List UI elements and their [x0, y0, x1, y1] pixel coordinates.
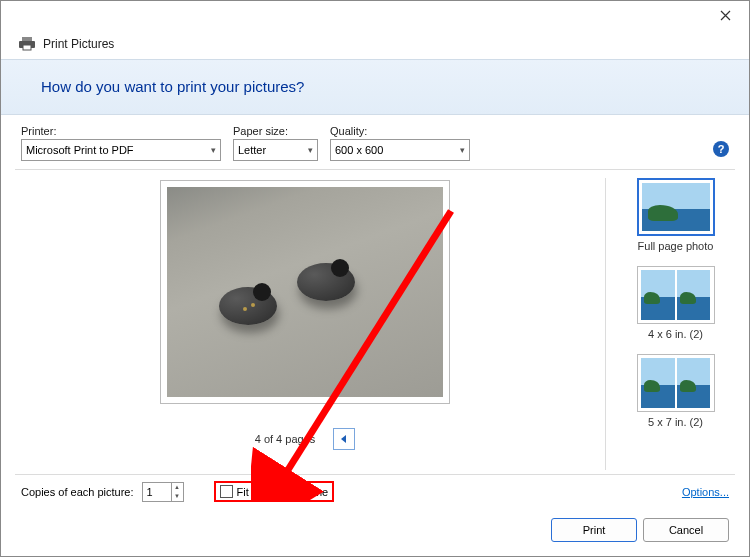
- fit-to-frame-label: Fit picture to frame: [237, 486, 329, 498]
- dialog-title: Print Pictures: [43, 37, 114, 51]
- layout-pane: Full page photo 4 x 6 in. (2) 5 x 7 in. …: [605, 178, 735, 470]
- close-icon: [720, 10, 731, 21]
- spinner-buttons: ▲ ▼: [171, 483, 183, 501]
- paper-size-label: Paper size:: [233, 125, 318, 137]
- layout-5x7[interactable]: 5 x 7 in. (2): [637, 354, 715, 428]
- main-area: 4 of 4 pages Full page photo 4 x 6 in. (…: [1, 170, 749, 474]
- copies-spinner[interactable]: ▲ ▼: [142, 482, 184, 502]
- printer-select[interactable]: Microsoft Print to PDF ▾: [21, 139, 221, 161]
- quality-select[interactable]: 600 x 600 ▾: [330, 139, 470, 161]
- landscape-icon: [642, 183, 710, 231]
- chevron-down-icon: ▾: [308, 145, 313, 155]
- prev-page-button[interactable]: [333, 428, 355, 450]
- page-status: 4 of 4 pages: [255, 433, 316, 445]
- banner-text: How do you want to print your pictures?: [41, 78, 304, 95]
- layout-label: 5 x 7 in. (2): [648, 416, 703, 428]
- preview-frame: [160, 180, 450, 404]
- print-pictures-dialog: Print Pictures How do you want to print …: [0, 0, 750, 557]
- landscape-icon: [677, 358, 711, 408]
- paper-size-select[interactable]: Letter ▾: [233, 139, 318, 161]
- svg-rect-2: [23, 45, 31, 50]
- layout-label: Full page photo: [638, 240, 714, 252]
- printer-group: Printer: Microsoft Print to PDF ▾: [21, 125, 221, 161]
- fit-to-frame-checkbox[interactable]: [220, 485, 233, 498]
- landscape-icon: [677, 270, 711, 320]
- preview-pane: 4 of 4 pages: [15, 178, 595, 470]
- layout-thumb: [637, 178, 715, 236]
- paper-size-value: Letter: [238, 144, 266, 156]
- titlebar: [1, 1, 749, 29]
- layout-thumb: [637, 354, 715, 412]
- help-button[interactable]: ?: [713, 141, 729, 157]
- preview-content: [297, 263, 355, 301]
- quality-group: Quality: 600 x 600 ▾: [330, 125, 470, 161]
- quality-label: Quality:: [330, 125, 470, 137]
- print-button[interactable]: Print: [551, 518, 637, 542]
- button-row: Print Cancel: [1, 508, 749, 556]
- layout-thumb: [637, 266, 715, 324]
- spinner-up[interactable]: ▲: [172, 483, 183, 492]
- spinner-down[interactable]: ▼: [172, 492, 183, 501]
- quality-value: 600 x 600: [335, 144, 383, 156]
- printer-value: Microsoft Print to PDF: [26, 144, 134, 156]
- chevron-down-icon: ▾: [460, 145, 465, 155]
- layout-full-page[interactable]: Full page photo: [637, 178, 715, 252]
- svg-rect-0: [22, 37, 32, 41]
- cancel-button[interactable]: Cancel: [643, 518, 729, 542]
- paper-size-group: Paper size: Letter ▾: [233, 125, 318, 161]
- layout-label: 4 x 6 in. (2): [648, 328, 703, 340]
- printer-label: Printer:: [21, 125, 221, 137]
- printer-icon: [19, 37, 35, 51]
- layout-4x6[interactable]: 4 x 6 in. (2): [637, 266, 715, 340]
- fit-to-frame-highlight: Fit picture to frame: [214, 481, 335, 502]
- copies-row: Copies of each picture: ▲ ▼ Fit picture …: [1, 475, 749, 508]
- triangle-left-icon: [340, 435, 348, 443]
- dialog-header: Print Pictures: [1, 29, 749, 59]
- landscape-icon: [641, 270, 675, 320]
- page-navigation: 4 of 4 pages: [255, 428, 356, 450]
- preview-image: [167, 187, 443, 397]
- preview-content: [219, 287, 277, 325]
- config-row: Printer: Microsoft Print to PDF ▾ Paper …: [1, 115, 749, 169]
- copies-input[interactable]: [143, 483, 171, 501]
- banner: How do you want to print your pictures?: [1, 59, 749, 115]
- landscape-icon: [641, 358, 675, 408]
- chevron-down-icon: ▾: [211, 145, 216, 155]
- options-link[interactable]: Options...: [682, 486, 729, 498]
- close-button[interactable]: [709, 3, 741, 27]
- copies-label: Copies of each picture:: [21, 486, 134, 498]
